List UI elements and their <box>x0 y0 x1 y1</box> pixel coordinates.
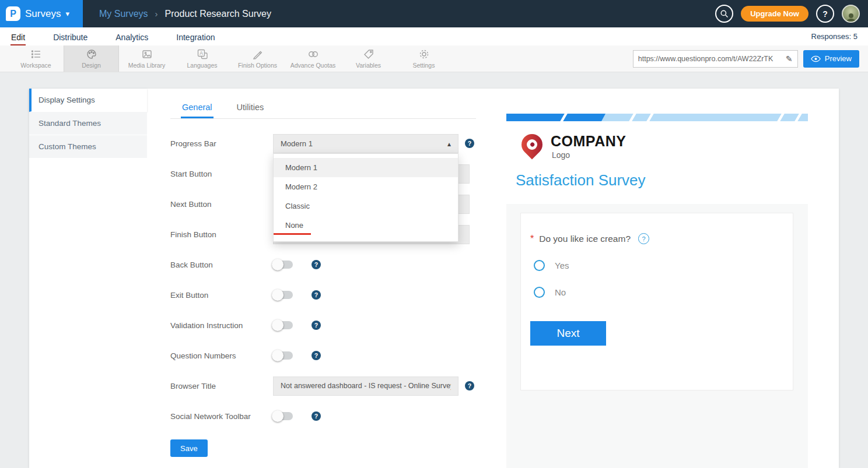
company-logo-text: COMPANY Logo <box>551 133 626 160</box>
preview-progress-bar <box>506 114 808 121</box>
svg-text:A: A <box>200 50 203 56</box>
social-network-toolbar-toggle[interactable] <box>273 412 293 420</box>
preview-button[interactable]: Preview <box>803 50 859 68</box>
preview-body: * Do you like ice cream? Yes No Next <box>506 204 808 390</box>
app-menu-surveys[interactable]: P Surveys <box>0 0 83 27</box>
progress-bar-label: Progress Bar <box>170 139 273 148</box>
sidebar-item-label: Display Settings <box>38 96 95 104</box>
back-button-toggle[interactable] <box>273 261 293 269</box>
help-button[interactable]: ? <box>816 5 834 23</box>
back-button-label: Back Button <box>170 261 273 269</box>
row-exit-button: Exit Button <box>170 280 476 310</box>
progress-bar-select[interactable]: Modern 1 <box>273 134 459 153</box>
breadcrumb-current-survey: Product Research Survey <box>165 9 271 19</box>
toolbar-item-label: Finish Options <box>238 62 277 69</box>
languages-icon: A <box>197 48 208 60</box>
toolbar-item-settings[interactable]: Settings <box>396 45 452 72</box>
survey-preview-pane: COMPANY Logo Satisfaction Survey * Do yo… <box>506 114 808 468</box>
social-network-toolbar-help-icon[interactable] <box>312 411 321 421</box>
exit-button-help-icon[interactable] <box>312 290 321 300</box>
toolbar-item-finish-options[interactable]: Finish Options <box>230 45 285 72</box>
progress-bar-divider <box>628 114 638 121</box>
start-button-label: Start Button <box>170 170 273 178</box>
person-icon <box>845 12 858 23</box>
toolbar-item-design[interactable]: Design <box>64 45 119 72</box>
dropdown-option-modern-1[interactable]: Modern 1 <box>274 158 458 177</box>
design-toolbar: Workspace Design Media Library A Languag… <box>0 45 868 72</box>
progress-bar-divider <box>776 114 786 121</box>
survey-url-input[interactable] <box>638 55 783 63</box>
radio-yes[interactable] <box>534 260 545 271</box>
toolbar-item-label: Design <box>82 62 101 69</box>
row-browser-title: Browser Title <box>170 371 476 401</box>
save-button[interactable]: Save <box>170 439 208 457</box>
advance-quotas-icon <box>307 48 319 60</box>
progress-bar-divider <box>646 114 655 121</box>
answer-option-yes[interactable]: Yes <box>534 260 783 271</box>
toolbar-right: Preview <box>633 45 868 72</box>
survey-next-button[interactable]: Next <box>530 321 606 346</box>
user-avatar[interactable] <box>842 5 860 23</box>
toolbar-item-variables[interactable]: Variables <box>341 45 396 72</box>
dropdown-option-classic[interactable]: Classic <box>274 196 458 216</box>
question-numbers-help-icon[interactable] <box>312 351 321 360</box>
breadcrumb-my-surveys[interactable]: My Surveys <box>99 9 148 19</box>
radio-no[interactable] <box>534 287 545 298</box>
tab-general[interactable]: General <box>181 98 214 118</box>
toggle-knob <box>272 259 284 270</box>
back-button-help-icon[interactable] <box>312 260 321 269</box>
toolbar-item-media-library[interactable]: Media Library <box>119 45 174 72</box>
edit-url-icon[interactable] <box>786 54 793 64</box>
upgrade-now-button[interactable]: Upgrade Now <box>741 6 808 22</box>
company-logo-subtitle: Logo <box>552 150 626 160</box>
company-logo-title: COMPANY <box>551 133 626 150</box>
toggle-knob <box>272 350 284 361</box>
toolbar-item-label: Media Library <box>128 62 166 69</box>
dropdown-option-modern-2[interactable]: Modern 2 <box>274 177 458 196</box>
browser-title-input[interactable] <box>273 376 459 396</box>
exit-button-label: Exit Button <box>170 291 273 300</box>
tab-analytics[interactable]: Analytics <box>115 30 149 45</box>
variables-icon <box>363 48 374 60</box>
browser-title-help-icon[interactable] <box>465 381 474 390</box>
questionpro-logo-icon: P <box>6 6 20 21</box>
toggle-knob <box>272 319 284 331</box>
sidebar-item-label: Custom Themes <box>38 142 96 151</box>
app-menu-label: Surveys <box>25 8 61 20</box>
sidebar-item-display-settings[interactable]: Display Settings <box>29 89 147 112</box>
media-library-icon <box>141 48 153 60</box>
toolbar-item-languages[interactable]: A Languages <box>174 45 230 72</box>
progress-bar-help-icon[interactable] <box>465 139 474 148</box>
tab-utilities[interactable]: Utilities <box>236 98 265 118</box>
survey-nav-tabs: Edit Distribute Analytics Integration Re… <box>0 27 868 45</box>
design-sidebar: Display Settings Standard Themes Custom … <box>29 89 147 468</box>
settings-icon <box>418 48 430 60</box>
exit-button-toggle[interactable] <box>273 291 293 299</box>
validation-instruction-help-icon[interactable] <box>312 321 321 330</box>
progress-bar-selected-value: Modern 1 <box>281 139 313 148</box>
settings-tabs: General Utilities <box>170 98 476 119</box>
sidebar-item-custom-themes[interactable]: Custom Themes <box>29 135 147 159</box>
search-button[interactable] <box>715 5 733 23</box>
question-row: * Do you like ice cream? <box>530 233 783 244</box>
survey-title: Satisfaction Survey <box>516 171 799 189</box>
toolbar-item-workspace[interactable]: Workspace <box>8 45 64 72</box>
tab-edit[interactable]: Edit <box>10 30 26 45</box>
progress-bar-dropdown: Modern 1 Modern 2 Classic None <box>273 153 459 242</box>
preview-header: COMPANY Logo Satisfaction Survey <box>506 121 808 204</box>
progress-bar-fill <box>506 114 606 121</box>
design-settings-card: Display Settings Standard Themes Custom … <box>29 89 839 468</box>
browser-title-label: Browser Title <box>170 382 273 390</box>
dropdown-option-none[interactable]: None <box>274 216 458 235</box>
tab-distribute[interactable]: Distribute <box>52 30 88 45</box>
settings-form: Progress Bar Modern 1 Start Button Next … <box>170 119 476 457</box>
breadcrumb: My Surveys › Product Research Survey <box>99 9 271 19</box>
question-help-icon[interactable] <box>638 233 649 244</box>
validation-instruction-toggle[interactable] <box>273 321 293 329</box>
responses-count[interactable]: Responses: 5 <box>811 32 858 45</box>
question-numbers-toggle[interactable] <box>273 351 293 360</box>
toolbar-item-advance-quotas[interactable]: Advance Quotas <box>285 45 341 72</box>
tab-integration[interactable]: Integration <box>176 30 215 45</box>
sidebar-item-standard-themes[interactable]: Standard Themes <box>29 112 147 135</box>
answer-option-no[interactable]: No <box>534 287 783 298</box>
